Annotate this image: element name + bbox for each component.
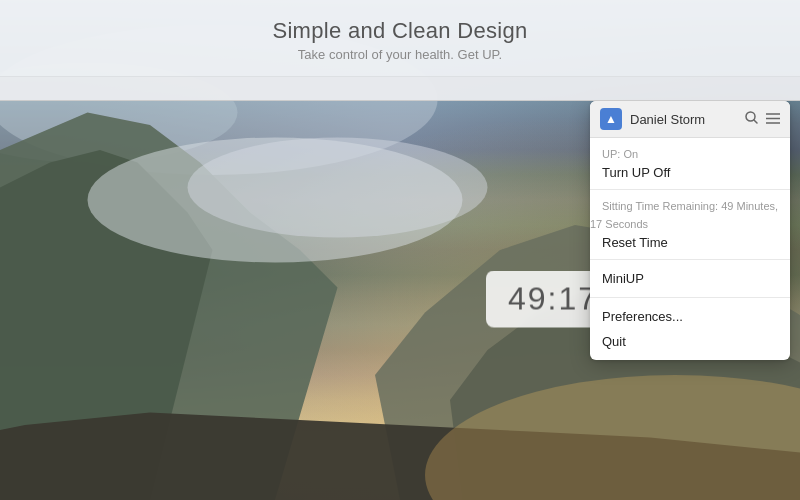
miniup-button[interactable]: MiniUP — [590, 266, 790, 291]
up-icon: ▲ — [600, 108, 622, 130]
reset-time-button[interactable]: Reset Time — [590, 232, 790, 253]
dropdown-header: ▲ Daniel Storm — [590, 101, 790, 138]
up-status-label: UP: On — [590, 146, 650, 161]
menu-section-up: UP: On Turn UP Off — [590, 138, 790, 190]
quit-button[interactable]: Quit — [590, 329, 790, 354]
timer-display: 49:17 — [508, 281, 598, 317]
dropdown-menu: ▲ Daniel Storm — [590, 101, 790, 360]
menu-section-prefs: Preferences... Quit — [590, 298, 790, 360]
menu-lines-icon[interactable] — [766, 112, 780, 127]
top-header: Simple and Clean Design Take control of … — [0, 0, 800, 77]
menu-section-time: Sitting Time Remaining: 49 Minutes, 17 S… — [590, 190, 790, 260]
user-name-label: Daniel Storm — [630, 112, 737, 127]
main-content: 49:17 ▲ Daniel Storm — [0, 101, 800, 497]
page-subtitle: Take control of your health. Get UP. — [20, 47, 780, 62]
sitting-time-label: Sitting Time Remaining: 49 Minutes, 17 S… — [590, 198, 778, 231]
preferences-button[interactable]: Preferences... — [590, 304, 790, 329]
menu-section-mini: MiniUP — [590, 260, 790, 298]
search-icon[interactable] — [745, 111, 758, 127]
svg-line-11 — [754, 120, 757, 123]
menu-bar — [0, 77, 800, 101]
page-title: Simple and Clean Design — [20, 18, 780, 44]
header-icons — [745, 111, 780, 127]
turn-up-off-button[interactable]: Turn UP Off — [590, 162, 790, 183]
